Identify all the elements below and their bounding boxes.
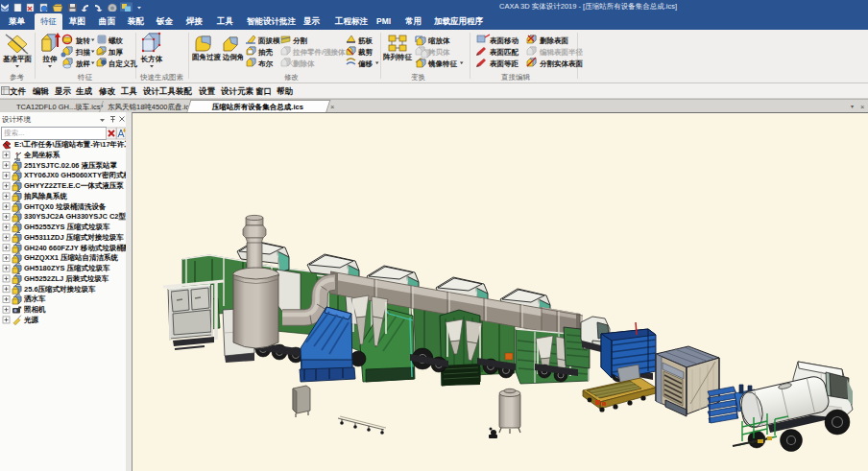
svg-text:裁剪: 裁剪 (357, 48, 374, 57)
svg-text:删除表面: 删除表面 (539, 36, 569, 45)
svg-text:缩放体: 缩放体 (427, 36, 450, 45)
svg-text:表面等距: 表面等距 (489, 59, 519, 68)
svg-text:面拔模: 面拔模 (257, 36, 280, 45)
svg-text:分割: 分割 (292, 36, 308, 45)
svg-text:放样: 放样 (75, 59, 91, 68)
svg-text:加厚: 加厚 (108, 48, 124, 57)
svg-text:螺纹: 螺纹 (108, 36, 124, 45)
svg-text:抽壳: 抽壳 (257, 48, 274, 57)
svg-text:阵列特征: 阵列特征 (383, 53, 413, 61)
svg-text:边倒角: 边倒角 (222, 53, 245, 61)
svg-text:镜像特征: 镜像特征 (427, 59, 458, 68)
svg-text:表面匹配: 表面匹配 (489, 48, 519, 57)
svg-text:偏移: 偏移 (357, 59, 374, 68)
svg-text:拉伸零件/强接体: 拉伸零件/强接体 (292, 48, 346, 57)
svg-text:筋板: 筋板 (358, 36, 374, 45)
svg-text:扫描: 扫描 (75, 48, 91, 57)
svg-text:长方体: 长方体 (140, 55, 163, 63)
svg-text:编辑表面半径: 编辑表面半径 (539, 48, 584, 57)
svg-text:分割实体表面: 分割实体表面 (539, 59, 584, 68)
svg-text:表面移动: 表面移动 (489, 36, 519, 45)
svg-text:基准平面: 基准平面 (2, 55, 33, 63)
svg-text:自定义孔: 自定义孔 (108, 59, 138, 68)
svg-text:拷贝体: 拷贝体 (427, 48, 450, 57)
svg-text:删除体: 删除体 (292, 59, 315, 68)
svg-text:布尔: 布尔 (257, 59, 274, 68)
svg-text:圆角过渡: 圆角过渡 (192, 53, 222, 61)
svg-text:旋转: 旋转 (75, 36, 91, 45)
svg-text:拉伸: 拉伸 (42, 55, 59, 63)
